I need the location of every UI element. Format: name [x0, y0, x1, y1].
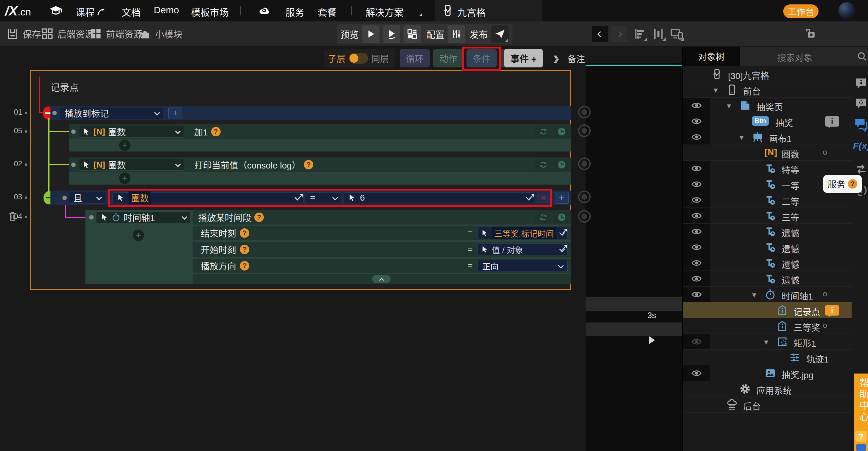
- visibility-eye-icon[interactable]: [683, 365, 710, 381]
- event-dot-icon[interactable]: [823, 324, 827, 328]
- visibility-eye-icon[interactable]: [683, 176, 710, 192]
- tree-item-17[interactable]: ▼矩形1: [683, 334, 851, 350]
- undo-button[interactable]: [592, 26, 608, 42]
- event-type-dropdown[interactable]: 播放到标记: [60, 107, 164, 119]
- event-info-bubble-icon[interactable]: i: [825, 305, 839, 316]
- service-floating-badge[interactable]: 服务 ?: [823, 175, 862, 193]
- align-button[interactable]: [632, 27, 648, 41]
- academy-cap-icon[interactable]: [49, 4, 62, 18]
- help-question-icon[interactable]: ?: [856, 431, 867, 442]
- visibility-eye-icon[interactable]: [683, 192, 710, 207]
- add-target-button[interactable]: +: [133, 230, 144, 241]
- add-condition-button[interactable]: +: [555, 192, 568, 204]
- tree-item-15[interactable]: 记录点i: [683, 302, 851, 318]
- chat-widget-icon[interactable]: [856, 444, 866, 451]
- tree-item-8[interactable]: 二等: [683, 192, 851, 208]
- collapse-params-button[interactable]: [372, 275, 391, 283]
- layer-mode-switch[interactable]: [349, 53, 368, 64]
- tree-item-6[interactable]: 特等: [683, 161, 851, 176]
- modules-button[interactable]: 小模块: [139, 27, 183, 40]
- param-value-dropdown[interactable]: 正向: [477, 260, 568, 272]
- add-target-button[interactable]: +: [119, 139, 130, 151]
- trash-icon[interactable]: [7, 211, 18, 222]
- tree-item-9[interactable]: 三等: [683, 208, 851, 224]
- logo[interactable]: /X.cn: [5, 3, 31, 19]
- tree-item-11[interactable]: 遗憾: [683, 239, 851, 255]
- device-select-icon[interactable]: [669, 27, 685, 41]
- sibling-layer-label[interactable]: 同层: [371, 52, 389, 65]
- action-dropdown[interactable]: 播放某时间段?: [193, 210, 571, 225]
- help-center-strip[interactable]: 帮助中心 ?: [854, 374, 868, 451]
- timeline-play-icon[interactable]: [649, 336, 655, 344]
- visibility-eye-icon[interactable]: [683, 239, 710, 255]
- repeat-icon-button[interactable]: [535, 211, 552, 223]
- tree-item-3[interactable]: Btn抽奖i: [683, 114, 851, 129]
- notes-button[interactable]: 〉〉〉 备注: [554, 52, 585, 65]
- event-info-bubble-icon[interactable]: i: [825, 116, 839, 127]
- preview-debug-button[interactable]: [383, 25, 400, 43]
- pick-target-icon[interactable]: [578, 124, 591, 137]
- expand-arrow-icon[interactable]: ▼: [751, 291, 758, 299]
- tree-item-1[interactable]: ▼前台: [683, 82, 851, 98]
- external-link-icon[interactable]: ↗: [528, 192, 535, 201]
- visibility-eye-icon[interactable]: [683, 334, 710, 349]
- param-value-dropdown[interactable]: 三等奖.标记时间 ↗: [477, 227, 568, 239]
- save-button[interactable]: 保存: [6, 27, 41, 40]
- info-bubble-icon[interactable]: [853, 77, 868, 90]
- repeat-icon-button[interactable]: [535, 159, 552, 171]
- help-icon[interactable]: ?: [240, 245, 249, 254]
- nav-item-plans[interactable]: 套餐: [318, 5, 337, 19]
- add-condition-button[interactable]: +: [168, 107, 182, 119]
- mode-action-button[interactable]: 动作: [433, 49, 463, 67]
- nav-item-templates[interactable]: 模板市场: [191, 5, 229, 19]
- timer-icon-button[interactable]: [554, 159, 570, 171]
- nav-item-demo[interactable]: Demo: [154, 5, 179, 15]
- tree-item-16[interactable]: 三等奖: [683, 318, 851, 334]
- tree-item-14[interactable]: ▼时间轴1: [683, 287, 851, 302]
- visibility-eye-icon[interactable]: [683, 161, 710, 176]
- tree-item-19[interactable]: 抽奖.jpg: [683, 365, 851, 381]
- project-tab[interactable]: 九宫格: [435, 0, 542, 22]
- tree-item-0[interactable]: [30]九宫格: [683, 66, 851, 82]
- stage-canvas[interactable]: 3s: [586, 63, 682, 451]
- pick-target-icon[interactable]: [578, 210, 591, 223]
- nav-item-courses[interactable]: 课程: [75, 5, 106, 19]
- expand-arrow-icon[interactable]: ▼: [725, 102, 733, 110]
- visibility-eye-icon[interactable]: [683, 287, 710, 302]
- expand-arrow-icon[interactable]: ▼: [712, 86, 719, 95]
- help-icon[interactable]: ?: [254, 213, 264, 222]
- cloud-dollar-icon[interactable]: $: [258, 4, 271, 17]
- nav-item-solutions[interactable]: 解决方案: [366, 5, 403, 19]
- tree-item-18[interactable]: 轨迹1: [683, 350, 851, 365]
- visibility-eye-icon[interactable]: [683, 114, 710, 129]
- visibility-eye-icon[interactable]: [683, 271, 710, 286]
- nav-item-services[interactable]: 服务: [285, 5, 305, 19]
- child-layer-label[interactable]: 子层: [328, 52, 345, 65]
- timeline-track-bar[interactable]: [586, 297, 682, 311]
- tree-item-2[interactable]: ▼抽奖页: [683, 98, 851, 114]
- help-icon[interactable]: ?: [211, 127, 221, 136]
- backend-resources-button[interactable]: 后端资源: [41, 27, 94, 40]
- tree-item-4[interactable]: ▼画布1: [683, 129, 851, 145]
- target-dropdown[interactable]: [N] 圈数: [78, 126, 184, 138]
- fx-icon[interactable]: F(x): [853, 140, 868, 151]
- external-link-icon[interactable]: ↗: [561, 243, 568, 252]
- add-event-button[interactable]: 事件 +: [504, 49, 543, 67]
- add-target-button[interactable]: +: [119, 172, 130, 184]
- search-input[interactable]: 搜索对象: [777, 51, 812, 64]
- logic-op-dropdown[interactable]: 且: [69, 192, 106, 204]
- timer-icon-button[interactable]: [554, 211, 570, 223]
- visibility-eye-icon[interactable]: [683, 224, 710, 239]
- chat-bubbles-icon[interactable]: [853, 118, 868, 132]
- distribute-button[interactable]: [651, 27, 666, 41]
- comparator-dropdown[interactable]: =: [306, 192, 341, 203]
- event-dot-icon[interactable]: [823, 292, 827, 296]
- visibility-eye-icon[interactable]: [683, 255, 710, 270]
- condition-left-dropdown[interactable]: 圈数 ↗: [113, 192, 304, 203]
- expand-arrow-icon[interactable]: ▼: [738, 133, 745, 142]
- visibility-eye-icon[interactable]: [683, 208, 710, 223]
- visibility-eye-icon[interactable]: [683, 98, 710, 113]
- workbench-button[interactable]: 工作台: [783, 4, 818, 18]
- pick-target-icon[interactable]: [578, 106, 591, 119]
- repeat-icon-button[interactable]: [535, 126, 552, 138]
